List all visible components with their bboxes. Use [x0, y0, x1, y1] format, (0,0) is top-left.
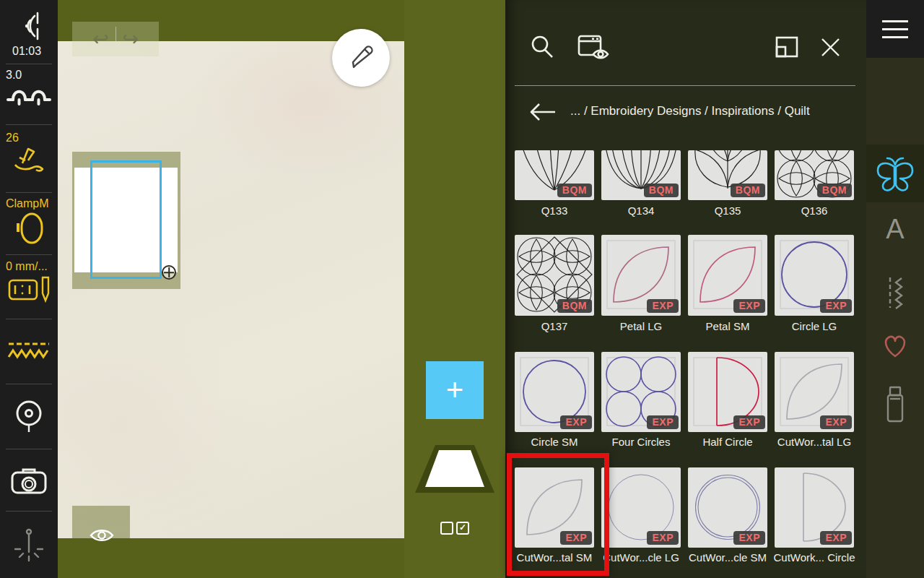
- pinpoint-icon[interactable]: [0, 397, 58, 435]
- machine-status-sidebar: 01:03 3.0 26 ClampM 0 mm/...: [0, 0, 58, 578]
- design-label: CutWor...tal LG: [770, 436, 859, 448]
- format-badge: EXP: [560, 415, 592, 429]
- design-thumbnail[interactable]: BQM: [688, 150, 767, 200]
- hoop-trapezoid-icon[interactable]: [415, 444, 494, 494]
- design-position-handle[interactable]: [162, 265, 176, 280]
- design-tile[interactable]: BQM: [515, 150, 594, 200]
- design-thumbnail[interactable]: EXP: [601, 352, 681, 432]
- design-thumbnail[interactable]: EXP: [775, 235, 854, 316]
- design-tile[interactable]: EXP: [601, 352, 681, 432]
- design-thumbnail[interactable]: EXP: [775, 352, 854, 432]
- pencil-icon: [347, 44, 375, 72]
- design-label: Half Circle: [683, 436, 772, 448]
- butterfly-icon: [876, 154, 915, 193]
- divider: [6, 124, 52, 125]
- plus-icon: +: [446, 373, 464, 407]
- design-label: Petal LG: [596, 320, 686, 332]
- design-tile[interactable]: BQM: [601, 150, 681, 200]
- highlight-annotation: [507, 453, 609, 576]
- nav-item-stitches[interactable]: [866, 276, 924, 309]
- design-thumbnail[interactable]: EXP: [688, 352, 767, 432]
- eye-icon: [90, 527, 114, 543]
- design-thumbnail[interactable]: EXP: [688, 467, 767, 548]
- design-tile[interactable]: BQM: [515, 235, 594, 316]
- format-badge: EXP: [647, 531, 679, 545]
- stitch-plate-icon[interactable]: [0, 276, 58, 303]
- design-label: Q135: [683, 204, 772, 217]
- hoop-name: ClampM: [6, 197, 49, 210]
- format-badge: EXP: [733, 531, 765, 545]
- embroidery-canvas[interactable]: ↩ ↪: [58, 0, 404, 578]
- format-badge: EXP: [647, 299, 679, 313]
- heart-icon: [881, 334, 909, 358]
- nav-item-embroidery[interactable]: [866, 144, 924, 202]
- design-tile[interactable]: EXP: [688, 235, 767, 316]
- main-nav-sidebar: A: [866, 0, 924, 578]
- edit-button[interactable]: [332, 29, 390, 87]
- format-badge: BQM: [644, 184, 679, 197]
- design-tile[interactable]: EXP: [601, 235, 681, 316]
- design-label: Q137: [510, 320, 599, 332]
- design-thumbnail[interactable]: EXP: [601, 235, 681, 316]
- design-tile[interactable]: EXP: [515, 352, 594, 432]
- selection-mode-toggle[interactable]: ✓: [404, 522, 505, 535]
- presser-foot-number: 26: [6, 131, 19, 144]
- design-tile[interactable]: EXP: [688, 467, 767, 548]
- design-tile[interactable]: EXP: [601, 467, 681, 548]
- usb-stick-icon: [884, 386, 907, 423]
- selection-bounding-box[interactable]: [90, 160, 162, 279]
- basting-stitch-icon[interactable]: [0, 340, 58, 361]
- format-badge: EXP: [733, 415, 765, 429]
- checkbox-checked-icon[interactable]: ✓: [456, 522, 469, 535]
- clock: 01:03: [12, 45, 41, 58]
- laser-needle-icon[interactable]: [0, 527, 58, 565]
- design-label: Four Circles: [596, 436, 686, 448]
- design-label: Q133: [510, 204, 599, 217]
- design-tile[interactable]: BQM: [688, 150, 767, 200]
- alphabet-label: A: [886, 214, 904, 245]
- design-label: Q134: [596, 204, 686, 217]
- design-tile[interactable]: BQM: [775, 150, 854, 200]
- redo-icon[interactable]: ↪: [123, 30, 139, 49]
- divider: [6, 192, 52, 193]
- design-thumbnail[interactable]: BQM: [515, 150, 594, 200]
- checkbox-unchecked-icon[interactable]: [440, 522, 453, 535]
- design-thumbnail[interactable]: BQM: [775, 150, 854, 200]
- wlan-icon[interactable]: [0, 12, 58, 40]
- design-tile[interactable]: EXP: [688, 352, 767, 432]
- design-tile[interactable]: EXP: [775, 235, 854, 316]
- divider: [116, 27, 116, 51]
- design-label: Circle LG: [770, 320, 859, 332]
- nav-item-favorites[interactable]: [866, 334, 924, 358]
- design-thumbnail[interactable]: EXP: [688, 235, 767, 316]
- fabric-background[interactable]: [58, 41, 404, 538]
- design-thumbnail[interactable]: EXP: [601, 467, 681, 548]
- design-label: Q136: [770, 204, 859, 217]
- design-thumbnail[interactable]: EXP: [775, 467, 854, 548]
- camera-icon[interactable]: [0, 466, 58, 496]
- design-label: CutWor...cle SM: [683, 551, 772, 564]
- format-badge: EXP: [820, 531, 852, 545]
- divider: [6, 64, 52, 64]
- design-tile[interactable]: EXP: [775, 352, 854, 432]
- design-thumbnail[interactable]: BQM: [515, 235, 594, 316]
- canvas-side-toolbar: + ✓: [404, 0, 505, 578]
- divider: [6, 449, 52, 449]
- format-badge: BQM: [557, 184, 592, 197]
- thread-tension-icon[interactable]: [0, 81, 58, 108]
- hoop-icon[interactable]: [0, 211, 58, 244]
- presser-foot-icon[interactable]: [0, 144, 58, 173]
- undo-icon[interactable]: ↩: [92, 30, 109, 49]
- add-design-button[interactable]: +: [426, 361, 484, 419]
- design-thumbnail[interactable]: BQM: [601, 150, 681, 200]
- design-thumbnail[interactable]: EXP: [515, 352, 594, 432]
- divider: [6, 384, 52, 384]
- design-tile[interactable]: EXP: [775, 467, 854, 548]
- format-badge: EXP: [647, 415, 679, 429]
- divider: [6, 319, 52, 319]
- format-badge: BQM: [817, 184, 852, 197]
- nav-item-usb[interactable]: [866, 386, 924, 423]
- hamburger-menu-icon[interactable]: [866, 0, 924, 58]
- nav-item-alphabet[interactable]: A: [866, 214, 924, 245]
- show-hide-button[interactable]: [72, 506, 130, 538]
